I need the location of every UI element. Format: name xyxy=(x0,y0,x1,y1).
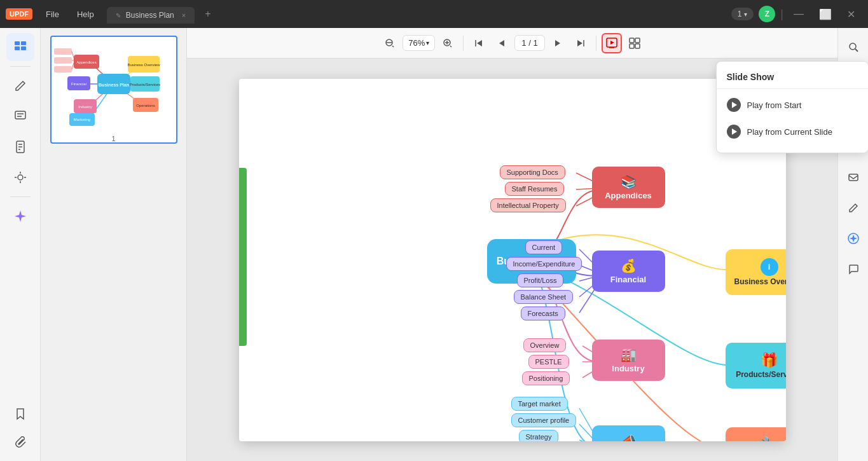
products-icon: 🎁 xyxy=(761,352,778,369)
business-overview-label: Business Overview xyxy=(734,277,785,286)
zoom-chevron-icon: ▾ xyxy=(426,39,429,46)
svg-marker-16 xyxy=(15,210,26,222)
target-market-node: Target market xyxy=(511,397,568,411)
strategy-node: Strategy xyxy=(519,430,559,441)
svg-rect-64 xyxy=(630,44,634,48)
svg-line-43 xyxy=(72,52,74,58)
thumbnail-item-1[interactable]: Business Plan Appendices Financial Indus… xyxy=(50,36,177,144)
right-edit-button[interactable] xyxy=(839,194,867,222)
customer-profile-node: Customer profile xyxy=(511,413,577,427)
app-logo: UPDF xyxy=(0,8,38,20)
current-node: Current xyxy=(525,240,563,254)
svg-rect-3 xyxy=(21,46,26,50)
svg-point-11 xyxy=(18,175,23,180)
svg-text:Products/Services: Products/Services xyxy=(129,83,160,86)
svg-rect-62 xyxy=(630,38,634,43)
zoom-display[interactable]: 76% ▾ xyxy=(403,35,435,51)
svg-marker-60 xyxy=(610,41,614,45)
help-menu[interactable]: Help xyxy=(69,6,102,23)
business-overview-node: i Business Overview xyxy=(726,249,786,295)
svg-marker-58 xyxy=(577,40,582,46)
intellectual-property-node: Intellectual Property xyxy=(490,198,566,212)
nav-prev-button[interactable] xyxy=(492,33,512,53)
user-avatar[interactable]: Z xyxy=(759,6,775,22)
pestle-node: PESTLE xyxy=(528,355,569,369)
left-edge-bar xyxy=(239,168,247,346)
svg-line-48 xyxy=(392,46,394,47)
updf-logo-text: UPDF xyxy=(6,8,32,20)
toolbar-divider-1 xyxy=(463,36,464,51)
tab-close-button[interactable]: × xyxy=(182,11,186,19)
svg-line-98 xyxy=(855,49,858,52)
supporting-docs-node: Supporting Docs xyxy=(500,165,565,179)
sidebar-thumbnails-button[interactable] xyxy=(6,33,34,61)
products-services-node: 🎁 Products/Services xyxy=(726,343,786,389)
svg-marker-54 xyxy=(477,40,482,46)
left-sidebar xyxy=(0,28,41,461)
tab-title: Business Plan xyxy=(126,11,174,20)
right-ai-button[interactable] xyxy=(839,224,867,252)
close-button[interactable]: ✕ xyxy=(842,6,860,23)
business-plan-tab[interactable]: ✎ Business Plan × xyxy=(107,7,195,24)
play-from-start-label: Play from Start xyxy=(747,100,802,110)
sidebar-comment-button[interactable] xyxy=(6,102,34,130)
nav-last-button[interactable] xyxy=(570,33,591,53)
marketing-node: 📣 Marketing xyxy=(592,425,665,441)
svg-rect-65 xyxy=(635,44,640,48)
page-chevron: ▾ xyxy=(744,11,747,18)
menu-bar: File Help xyxy=(38,6,102,23)
play-from-current-item[interactable]: Play from Current Slide xyxy=(717,118,868,145)
grid-view-button[interactable] xyxy=(624,33,645,53)
play-from-current-label: Play from Current Slide xyxy=(747,127,832,137)
thumbnail-canvas: Business Plan Appendices Financial Indus… xyxy=(52,37,176,131)
right-email-button[interactable] xyxy=(839,163,867,191)
main-content: 76% ▾ 1 / 1 xyxy=(187,28,837,461)
svg-text:Financial: Financial xyxy=(71,82,86,86)
right-comment-button[interactable] xyxy=(839,255,867,283)
operations-node: 🔧 Operations xyxy=(726,427,786,441)
balance-sheet-node: Balance Sheet xyxy=(514,290,574,304)
tab-area: ✎ Business Plan × + xyxy=(107,6,731,22)
file-menu[interactable]: File xyxy=(38,6,67,23)
titlebar-right: 1 ▾ Z | — ⬜ ✕ xyxy=(731,6,860,23)
tab-icon: ✎ xyxy=(116,12,121,19)
income-expenditure-node: Income/Expenditure xyxy=(506,257,582,271)
financial-icon: 💰 xyxy=(621,258,637,273)
svg-rect-2 xyxy=(15,46,20,50)
sidebar-divider-1 xyxy=(10,66,31,67)
thumbnail-panel: Business Plan Appendices Financial Indus… xyxy=(41,28,187,461)
sidebar-tools-button[interactable] xyxy=(6,163,34,191)
staff-resumes-node: Staff Resumes xyxy=(505,182,565,196)
zoom-out-button[interactable] xyxy=(380,33,400,53)
zoom-in-button[interactable] xyxy=(437,33,458,53)
toolbar-divider-2 xyxy=(596,36,596,51)
svg-rect-63 xyxy=(635,38,640,43)
sidebar-bookmark-button[interactable] xyxy=(6,400,34,428)
svg-marker-55 xyxy=(499,40,504,46)
sidebar-ai-button[interactable] xyxy=(6,202,34,230)
play-from-current-icon xyxy=(727,125,741,139)
svg-rect-40 xyxy=(54,48,72,55)
svg-line-45 xyxy=(72,63,74,69)
appendices-icon: 📚 xyxy=(621,174,637,189)
page-display: 1 / 1 xyxy=(521,38,537,48)
sidebar-edit-button[interactable] xyxy=(6,72,34,100)
svg-line-52 xyxy=(450,46,451,47)
sidebar-divider-2 xyxy=(10,196,31,197)
minimize-button[interactable]: — xyxy=(789,6,809,22)
nav-first-button[interactable] xyxy=(469,33,489,53)
profit-loss-node: Profit/Loss xyxy=(517,273,564,287)
positioning-node: Positioning xyxy=(522,371,570,385)
add-tab-button[interactable]: + xyxy=(200,6,216,22)
right-search-button[interactable] xyxy=(839,33,867,61)
sidebar-pages-button[interactable] xyxy=(6,133,34,161)
svg-rect-1 xyxy=(21,41,26,45)
slideshow-button[interactable] xyxy=(602,33,622,53)
play-from-start-item[interactable]: Play from Start xyxy=(717,92,868,118)
svg-rect-41 xyxy=(54,57,72,64)
slideshow-dropdown: Slide Show Play from Start Play from Cur… xyxy=(716,61,869,153)
titlebar: UPDF File Help ✎ Business Plan × + 1 ▾ Z… xyxy=(0,0,868,28)
nav-next-button[interactable] xyxy=(548,33,568,53)
sidebar-attachment-button[interactable] xyxy=(6,428,34,456)
maximize-button[interactable]: ⬜ xyxy=(814,6,837,23)
